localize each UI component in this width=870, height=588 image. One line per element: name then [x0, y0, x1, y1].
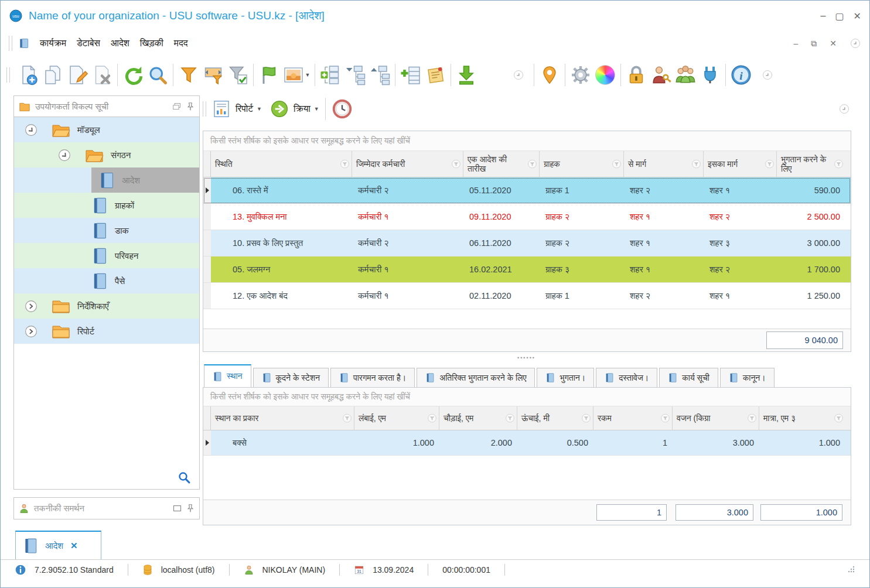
delete-document-icon[interactable] — [90, 62, 114, 88]
filter-funnel-icon[interactable] — [834, 160, 843, 169]
filter-funnel-icon[interactable] — [692, 160, 701, 169]
filter-funnel-icon[interactable] — [834, 414, 843, 423]
chevron-overflow-icon[interactable] — [838, 103, 850, 115]
image-dropdown-arrow[interactable]: ▼ — [305, 72, 311, 78]
filter-funnel-icon[interactable] — [428, 414, 436, 423]
expander-down-icon[interactable] — [58, 149, 71, 162]
expander-right-icon[interactable] — [25, 325, 37, 338]
lock-icon[interactable] — [624, 62, 649, 88]
splitter-handle[interactable]: •••••• — [203, 352, 850, 364]
tab-payments[interactable]: भुगतान। — [537, 368, 594, 387]
collapse-tree-icon[interactable] — [343, 62, 367, 88]
download-icon[interactable] — [454, 62, 479, 88]
menu-window[interactable]: खिड़की — [135, 36, 169, 51]
table-row[interactable]: 13. मुवक्किल मना कर्मचारी १ 09.11.2020 ग… — [203, 204, 851, 230]
tree-search-icon[interactable] — [177, 470, 191, 484]
chevron-overflow-icon[interactable] — [849, 37, 861, 49]
filter-funnel-icon[interactable] — [343, 414, 352, 423]
col-header-route-from[interactable]: से मार्ग — [624, 151, 704, 177]
color-wheel-icon[interactable] — [593, 62, 617, 88]
report-icon[interactable] — [212, 99, 231, 119]
add-row-icon[interactable] — [398, 62, 423, 88]
table-row[interactable]: बक्से 1.000 2.000 0.500 1 3.000 1.000 — [203, 430, 851, 456]
sidebar-item-reports[interactable]: रिपोर्ट — [14, 319, 199, 344]
tab-task-list[interactable]: कार्य सूची — [659, 368, 718, 387]
filter-funnel-icon[interactable] — [748, 414, 756, 423]
filter-funnel-icon[interactable] — [506, 414, 514, 423]
copy-document-icon[interactable] — [40, 62, 65, 88]
user-key-icon[interactable] — [649, 62, 673, 88]
table-row[interactable]: 06. रास्ते में कर्मचारी २ 05.11.2020 ग्र… — [203, 177, 851, 204]
sidebar-item-organization[interactable]: संगठन — [14, 142, 199, 167]
col-header-date[interactable]: एक आदेश की तारीख — [463, 151, 540, 177]
col-header-weight[interactable]: वजन (किग्रा — [673, 406, 759, 430]
menu-database[interactable]: डेटाबेस — [71, 36, 105, 51]
pin-icon[interactable] — [186, 504, 195, 513]
col-header-length[interactable]: लंबाई, एम — [354, 406, 439, 430]
tab-surcharges[interactable]: अतिरिक्त भुगतान करने के लिए — [417, 368, 535, 387]
expander-right-icon[interactable] — [25, 300, 37, 313]
clock-icon[interactable] — [332, 98, 353, 119]
filter-applied-icon[interactable] — [226, 62, 250, 88]
col-header-qty[interactable]: रकम — [593, 406, 673, 430]
col-header-volume[interactable]: मात्रा, एम ३ — [759, 406, 845, 430]
new-document-icon[interactable] — [16, 62, 40, 88]
filter-funnel-icon[interactable] — [612, 160, 621, 169]
menu-help[interactable]: मदद — [169, 36, 193, 51]
sidebar-item-money[interactable]: पैसे — [14, 268, 199, 293]
close-button[interactable]: ✕ — [854, 11, 861, 22]
edit-document-icon[interactable] — [65, 62, 90, 88]
menu-orders[interactable]: आदेश — [105, 36, 135, 51]
table-row[interactable]: 05. जलमग्न कर्मचारी १ 16.02.2021 ग्राहक … — [203, 257, 851, 283]
tab-transits[interactable]: पारगमन करता है। — [330, 368, 415, 387]
report-dropdown[interactable]: रिपोर्ट — [236, 104, 253, 114]
expand-all-icon[interactable] — [318, 62, 343, 88]
tab-jump-stations[interactable]: कूदने के स्टेशन — [253, 368, 329, 387]
mdi-minimize-button[interactable]: – — [793, 39, 798, 48]
filter-range-icon[interactable] — [201, 62, 226, 88]
col-header-width[interactable]: चौड़ाई, एम — [439, 406, 517, 430]
minimize-button[interactable]: – — [821, 11, 826, 22]
mdi-close-button[interactable]: ✕ — [830, 39, 837, 48]
sidebar-item-transport[interactable]: परिवहन — [14, 243, 199, 268]
table-row[interactable]: 10. प्रसव के लिए प्रस्तुत कर्मचारी २ 06.… — [203, 230, 851, 257]
menu-program[interactable]: कार्यक्रम — [35, 36, 71, 51]
tab-law[interactable]: कानून। — [720, 368, 775, 387]
filter-icon[interactable] — [176, 62, 201, 88]
chevron-overflow-icon[interactable] — [513, 69, 524, 81]
filter-funnel-icon[interactable] — [452, 160, 460, 169]
users-group-icon[interactable] — [673, 62, 698, 88]
doc-tab-orders[interactable]: आदेश ✕ — [15, 531, 101, 559]
restore-panel-icon[interactable] — [173, 505, 182, 512]
tab-documents[interactable]: दस्तावेज। — [596, 368, 657, 387]
flag-icon[interactable] — [257, 62, 281, 88]
notes-icon[interactable] — [423, 62, 448, 88]
plug-icon[interactable] — [698, 62, 722, 88]
tab-location[interactable]: स्थान — [204, 364, 251, 387]
sidebar-item-orders[interactable]: आदेश — [14, 167, 199, 193]
support-panel[interactable]: तकनीकी समर्थन — [13, 497, 200, 519]
col-header-place-type[interactable]: स्थान का प्रकार — [211, 406, 354, 430]
chevron-overflow-icon[interactable] — [762, 69, 773, 81]
close-tab-icon[interactable]: ✕ — [70, 541, 78, 551]
action-dropdown[interactable]: क्रिया — [294, 104, 311, 114]
image-icon[interactable]: ▼ — [281, 62, 312, 88]
sidebar-item-clients[interactable]: ग्राहकों — [14, 193, 199, 218]
table-row[interactable]: 12. एक आदेश बंद कर्मचारी १ 02.11.2020 ग्… — [203, 283, 851, 309]
map-pin-icon[interactable] — [537, 62, 562, 88]
expander-down-icon[interactable] — [25, 124, 37, 136]
col-header-employee[interactable]: जिम्मेदार कर्मचारी — [352, 151, 463, 177]
settings-gear-icon[interactable] — [568, 62, 593, 88]
filter-funnel-icon[interactable] — [340, 160, 349, 169]
sidebar-item-mail[interactable]: डाक — [14, 218, 199, 243]
col-header-route-to[interactable]: इसका मार्ग — [704, 151, 777, 177]
filter-funnel-icon[interactable] — [765, 160, 774, 169]
sidebar-item-directories[interactable]: निर्देशिकाएँ — [14, 293, 199, 319]
filter-funnel-icon[interactable] — [582, 414, 591, 423]
info-icon[interactable]: i — [729, 62, 753, 88]
col-header-client[interactable]: ग्राहक — [540, 151, 624, 177]
sidebar-item-modules[interactable]: मॉड्यूल — [14, 117, 199, 142]
col-header-status[interactable]: स्थिति — [211, 151, 352, 177]
maximize-button[interactable]: ▢ — [835, 11, 844, 22]
pin-icon[interactable] — [186, 102, 195, 111]
